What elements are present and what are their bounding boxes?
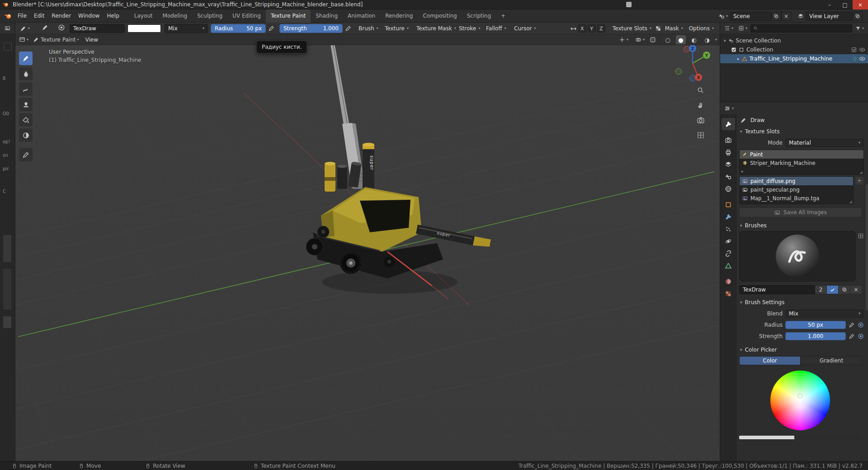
- tab-modifiers[interactable]: [722, 211, 735, 223]
- color-tab[interactable]: Color: [739, 356, 801, 365]
- tab-particles[interactable]: [722, 223, 735, 235]
- view-layer-browse-button[interactable]: [796, 12, 806, 21]
- menu-file[interactable]: File: [14, 9, 30, 23]
- brush-popup-button[interactable]: [858, 231, 864, 239]
- hsv-color-wheel[interactable]: [770, 371, 830, 430]
- scene-browse-button[interactable]: ▾: [717, 12, 730, 21]
- strength-slider[interactable]: Strength 1.000: [279, 24, 343, 33]
- blend-dropdown[interactable]: Mix ▾: [785, 310, 864, 318]
- view-layer-selector[interactable]: View Layer: [806, 12, 853, 21]
- fake-user-toggle[interactable]: [827, 285, 839, 294]
- tool-draw[interactable]: [19, 52, 33, 65]
- tab-view-layer[interactable]: [722, 158, 735, 170]
- add-workspace-tab[interactable]: +: [496, 9, 510, 23]
- display-mode-selector[interactable]: ▾: [736, 24, 749, 33]
- pan-button[interactable]: [695, 100, 706, 111]
- menu-help[interactable]: Help: [103, 9, 123, 23]
- outliner-editor-selector[interactable]: ▾: [722, 24, 735, 33]
- falloff-menu[interactable]: Falloff▾: [484, 24, 508, 33]
- mask-menu[interactable]: Mask▾: [663, 24, 685, 33]
- tab-shading[interactable]: Shading: [311, 9, 343, 23]
- tool-soften[interactable]: [19, 67, 33, 80]
- tab-sculpting[interactable]: Sculpting: [192, 9, 227, 23]
- mirror-x-toggle[interactable]: X: [578, 24, 586, 33]
- tab-uv-editing[interactable]: UV Editing: [227, 9, 266, 23]
- falloff-preview-icon[interactable]: [58, 24, 65, 31]
- pressure-falloff-icon[interactable]: [858, 333, 864, 339]
- brush-icon[interactable]: [42, 24, 49, 31]
- cursor-menu[interactable]: Cursor▾: [512, 24, 538, 33]
- viewport-3d[interactable]: super super: [15, 34, 720, 461]
- maximize-button[interactable]: □: [837, 0, 853, 9]
- outliner-row-traffic-machine[interactable]: ▸ Traffic_Line_Stripping_Machine ▽: [720, 54, 868, 63]
- filter-button[interactable]: ▾: [854, 24, 866, 33]
- pressure-pen-icon[interactable]: [849, 322, 855, 328]
- tab-texture-paint[interactable]: Texture Paint: [266, 9, 311, 23]
- list-item-paint-specular[interactable]: paint_specular.png: [740, 185, 853, 194]
- traffic-line-stripping-machine-model[interactable]: super super: [15, 34, 720, 461]
- tab-material[interactable]: [722, 275, 735, 287]
- tab-rendering[interactable]: Rendering: [380, 9, 418, 23]
- texture-slots-menu[interactable]: Texture Slots▾: [610, 24, 654, 33]
- brushes-panel-header[interactable]: ▾ Brushes: [736, 220, 864, 231]
- zoom-button[interactable]: [695, 85, 706, 96]
- expand-icon[interactable]: ▸: [741, 169, 744, 174]
- texture-slots-panel-header[interactable]: ▾ Texture Slots: [736, 126, 864, 137]
- orientation-gizmo[interactable]: Z Y X: [672, 42, 713, 84]
- view-layer-new-button[interactable]: [853, 12, 863, 21]
- scene-new-button[interactable]: [771, 12, 781, 21]
- camera-view-button[interactable]: [695, 115, 706, 126]
- tab-render[interactable]: [722, 134, 735, 146]
- mask-checker-icon[interactable]: [655, 25, 661, 32]
- value-slider-partial[interactable]: [739, 436, 794, 439]
- scene-selector[interactable]: Scene: [730, 12, 771, 21]
- brush-color-swatch[interactable]: [127, 24, 161, 33]
- brush-settings-panel-header[interactable]: ▾ Brush Settings: [736, 297, 864, 308]
- options-menu[interactable]: Options▾: [687, 24, 716, 33]
- menu-edit[interactable]: Edit: [30, 9, 48, 23]
- outliner-search[interactable]: [750, 24, 852, 33]
- disclosure-icon[interactable]: ▸: [737, 57, 740, 61]
- menu-window[interactable]: Window: [75, 9, 103, 23]
- exclude-checkbox[interactable]: [851, 47, 857, 52]
- brush-datablock-field[interactable]: TexDraw: [70, 24, 125, 33]
- active-tool-selector[interactable]: ▾: [18, 24, 32, 33]
- shading-material-toggle[interactable]: ◐: [689, 35, 699, 44]
- tab-modeling[interactable]: Modeling: [158, 9, 193, 23]
- tab-compositing[interactable]: Compositing: [418, 9, 462, 23]
- shading-rendered-toggle[interactable]: ◑: [702, 35, 712, 44]
- tab-scene[interactable]: [722, 170, 735, 183]
- list-item-paint-diffuse[interactable]: paint_diffuse.png: [740, 177, 853, 185]
- outliner-row-scene-collection[interactable]: ▾ Scene Collection: [720, 36, 868, 45]
- scene-unlink-button[interactable]: ×: [781, 12, 791, 21]
- tab-world[interactable]: [722, 183, 735, 195]
- tab-scripting[interactable]: Scripting: [462, 9, 496, 23]
- editor-type-selector[interactable]: ▾: [17, 35, 30, 44]
- blend-mode-dropdown[interactable]: Mix ▾: [165, 24, 208, 33]
- collection-checkbox[interactable]: [731, 47, 736, 52]
- ortho-toggle-button[interactable]: [695, 130, 706, 141]
- shading-solid-toggle[interactable]: ●: [676, 35, 686, 44]
- texture-mask-menu[interactable]: Texture Mask▾: [414, 24, 458, 33]
- list-item-paint[interactable]: Paint: [740, 150, 863, 159]
- tool-annotate[interactable]: [19, 148, 33, 161]
- tab-layout[interactable]: Layout: [129, 9, 158, 23]
- close-button[interactable]: ×: [853, 0, 868, 9]
- outliner-search-input[interactable]: [760, 25, 849, 31]
- mirror-z-toggle[interactable]: Z: [597, 24, 605, 33]
- properties-editor-selector[interactable]: ▾: [722, 104, 736, 113]
- slots-mode-dropdown[interactable]: Material ▾: [785, 139, 864, 147]
- brush-name-field[interactable]: TexDraw: [739, 285, 815, 294]
- tab-output[interactable]: [722, 146, 735, 158]
- list-resize-grip[interactable]: ◢: [859, 170, 863, 174]
- brush-users-count[interactable]: 2: [815, 285, 827, 294]
- mode-selector[interactable]: Texture Paint ▾: [31, 35, 80, 44]
- view-menu[interactable]: View: [81, 37, 101, 43]
- tool-mask[interactable]: [19, 128, 33, 142]
- overlays-toggle[interactable]: ▾: [633, 35, 646, 44]
- list-resize-grip[interactable]: ◢: [849, 199, 852, 204]
- tab-texture[interactable]: [722, 287, 735, 300]
- gizmos-toggle[interactable]: ▾: [617, 35, 630, 44]
- tool-smear[interactable]: [19, 82, 33, 96]
- brush-preview-well[interactable]: [739, 231, 856, 282]
